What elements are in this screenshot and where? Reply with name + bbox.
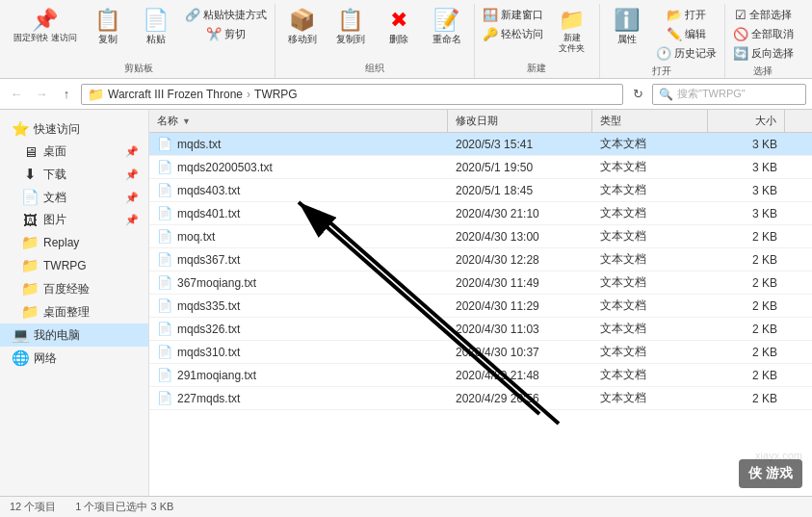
search-box[interactable]: 🔍 搜索"TWRPG" xyxy=(652,84,806,105)
cell-date: 2020/4/29 20:56 xyxy=(448,392,592,405)
sidebar-label-network: 网络 xyxy=(34,350,57,367)
table-row[interactable]: 📄 mqds335.txt 2020/4/30 11:29 文本文档 2 KB xyxy=(149,295,812,318)
sidebar-label-documents: 文档 xyxy=(43,190,66,206)
cell-size: 2 KB xyxy=(708,253,785,267)
edit-button[interactable]: ✏️ 编辑 xyxy=(652,25,720,43)
sidebar-item-twrpg[interactable]: 📁 TWRPG xyxy=(0,254,148,277)
table-row[interactable]: 📄 mqds401.txt 2020/4/30 21:10 文本文档 3 KB xyxy=(149,202,812,225)
pin-button[interactable]: 📌 固定到快 速访问 xyxy=(8,6,83,47)
pin-indicator-4: 📌 xyxy=(125,214,139,226)
ribbon-organize-buttons: 📦 移动到 📋 复制到 ✖ 删除 📝 重命名 xyxy=(279,4,470,60)
copy-icon: 📋 xyxy=(94,10,120,31)
open-button[interactable]: 📂 打开 xyxy=(652,6,720,24)
col-header-size[interactable]: 大小 xyxy=(708,110,785,132)
ribbon-select-section: ☑ 全部选择 🚫 全部取消 🔄 反向选择 选择 xyxy=(725,4,801,78)
rename-button[interactable]: 📝 重命名 xyxy=(424,6,470,50)
cut-button[interactable]: ✂️ 剪切 xyxy=(181,25,271,43)
sidebar-item-downloads[interactable]: ⬇ 下载 📌 xyxy=(0,163,148,186)
ribbon-new-buttons: 🪟 新建窗口 🔑 轻松访问 📁 新建文件夹 xyxy=(479,4,595,60)
sidebar-item-baidu[interactable]: 📁 百度经验 xyxy=(0,277,148,300)
cell-name: 📄 mqds310.txt xyxy=(149,345,448,359)
file-name: mqds310.txt xyxy=(177,346,240,359)
cell-size: 2 KB xyxy=(708,230,785,244)
cell-date: 2020/4/30 21:10 xyxy=(448,207,592,220)
copy-to-button[interactable]: 📋 复制到 xyxy=(327,6,374,50)
cell-size: 2 KB xyxy=(708,346,785,359)
cell-size: 2 KB xyxy=(708,299,785,313)
back-button[interactable]: ← xyxy=(6,84,27,105)
select-all-button[interactable]: ☑ 全部选择 xyxy=(729,6,798,24)
sidebar-label-quick-access: 快速访问 xyxy=(34,121,80,138)
sidebar-item-quick-access[interactable]: ⭐ 快速访问 xyxy=(0,117,148,141)
file-name: mqds326.txt xyxy=(177,323,240,336)
select-all-icon: ☑ xyxy=(735,9,747,21)
cell-type: 文本文档 xyxy=(592,228,708,245)
downloads-icon: ⬇ xyxy=(21,166,39,183)
sidebar-item-desktop[interactable]: 🖥 桌面 📌 xyxy=(0,141,148,163)
cell-name: 📄 367moqiang.txt xyxy=(149,275,448,290)
col-header-type[interactable]: 类型 xyxy=(592,110,708,132)
table-row[interactable]: 📄 mqds20200503.txt 2020/5/1 19:50 文本文档 3… xyxy=(149,156,812,179)
ribbon-open-section: ℹ️ 属性 📂 打开 ✏️ 编辑 🕐 历史记录 打开 xyxy=(600,4,725,78)
properties-button[interactable]: ℹ️ 属性 xyxy=(604,6,650,50)
sidebar-item-desktop2[interactable]: 📁 桌面整理 xyxy=(0,300,148,323)
new-window-button[interactable]: 🪟 新建窗口 xyxy=(479,6,547,24)
col-header-date[interactable]: 修改日期 xyxy=(448,110,592,132)
table-row[interactable]: 📄 mqds.txt 2020/5/3 15:41 文本文档 3 KB xyxy=(149,133,812,156)
up-button[interactable]: ↑ xyxy=(56,84,77,105)
table-row[interactable]: 📄 367moqiang.txt 2020/4/30 11:49 文本文档 2 … xyxy=(149,271,812,295)
delete-button[interactable]: ✖ 删除 xyxy=(376,6,422,50)
clipboard-small-buttons: 🔗 粘贴快捷方式 ✂️ 剪切 xyxy=(181,6,271,43)
cell-date: 2020/4/30 11:03 xyxy=(448,323,592,336)
cell-name: 📄 mqds367.txt xyxy=(149,252,448,267)
address-bar: ← → ↑ 📁 Warcraft III Frozen Throne › TWR… xyxy=(0,79,812,110)
sidebar-item-network[interactable]: 🌐 网络 xyxy=(0,347,148,370)
file-txt-icon: 📄 xyxy=(157,391,172,405)
cell-date: 2020/4/30 12:28 xyxy=(448,253,592,267)
invert-select-button[interactable]: 🔄 反向选择 xyxy=(729,44,798,63)
easy-access-button[interactable]: 🔑 轻松访问 xyxy=(479,25,547,43)
cut-label: 剪切 xyxy=(224,27,246,41)
paste-shortcut-button[interactable]: 🔗 粘贴快捷方式 xyxy=(181,6,271,24)
forward-button[interactable]: → xyxy=(31,84,52,105)
sidebar-item-mypc[interactable]: 💻 我的电脑 xyxy=(0,323,148,347)
cell-date: 2020/4/30 11:49 xyxy=(448,276,592,290)
new-label: 新建 xyxy=(479,60,595,78)
cell-size: 2 KB xyxy=(708,369,785,382)
file-name: mqds367.txt xyxy=(177,253,240,267)
refresh-button[interactable]: ↻ xyxy=(627,84,648,105)
table-row[interactable]: 📄 mqds403.txt 2020/5/1 18:45 文本文档 3 KB xyxy=(149,179,812,202)
sidebar-item-replay[interactable]: 📁 Replay xyxy=(0,231,148,254)
cell-size: 2 KB xyxy=(708,392,785,405)
file-rows-container: 📄 mqds.txt 2020/5/3 15:41 文本文档 3 KB 📄 mq… xyxy=(149,133,812,410)
file-txt-icon: 📄 xyxy=(157,137,172,151)
main-area: ⭐ 快速访问 🖥 桌面 📌 ⬇ 下载 📌 📄 文档 📌 🖼 图片 📌 📁 Rep… xyxy=(0,110,812,496)
table-row[interactable]: 📄 mqds326.txt 2020/4/30 11:03 文本文档 2 KB xyxy=(149,318,812,341)
twrpg-folder-icon: 📁 xyxy=(21,257,39,274)
copy-button[interactable]: 📋 复制 xyxy=(85,6,131,50)
history-label: 历史记录 xyxy=(674,46,717,61)
ribbon-organize-section: 📦 移动到 📋 复制到 ✖ 删除 📝 重命名 组织 xyxy=(275,4,475,78)
col-header-name[interactable]: 名称 ▼ xyxy=(149,110,448,132)
cell-type: 文本文档 xyxy=(592,390,708,406)
watermark-text: 侠 游戏 xyxy=(748,465,793,482)
file-txt-icon: 📄 xyxy=(157,160,172,174)
table-row[interactable]: 📄 mqds310.txt 2020/4/30 10:37 文本文档 2 KB xyxy=(149,341,812,364)
address-path[interactable]: 📁 Warcraft III Frozen Throne › TWRPG xyxy=(81,84,623,105)
paste-shortcut-icon: 🔗 xyxy=(185,9,200,21)
move-to-button[interactable]: 📦 移动到 xyxy=(279,6,326,50)
paste-button[interactable]: 📄 粘贴 xyxy=(133,6,179,50)
table-row[interactable]: 📄 moq.txt 2020/4/30 13:00 文本文档 2 KB xyxy=(149,225,812,248)
table-row[interactable]: 📄 291moqiang.txt 2020/4/29 21:48 文本文档 2 … xyxy=(149,364,812,387)
table-row[interactable]: 📄 227mqds.txt 2020/4/29 20:56 文本文档 2 KB xyxy=(149,387,812,410)
cancel-all-button[interactable]: 🚫 全部取消 xyxy=(729,25,798,43)
cell-name: 📄 291moqiang.txt xyxy=(149,368,448,382)
new-folder-button[interactable]: 📁 新建文件夹 xyxy=(549,6,595,58)
sidebar-item-documents[interactable]: 📄 文档 📌 xyxy=(0,186,148,209)
sidebar-item-pictures[interactable]: 🖼 图片 📌 xyxy=(0,209,148,231)
cell-type: 文本文档 xyxy=(592,205,708,221)
history-button[interactable]: 🕐 历史记录 xyxy=(652,44,720,63)
selected-info: 1 个项目已选中 3 KB xyxy=(75,500,173,514)
table-row[interactable]: 📄 mqds367.txt 2020/4/30 12:28 文本文档 2 KB xyxy=(149,248,812,271)
select-label: 选择 xyxy=(729,63,798,81)
